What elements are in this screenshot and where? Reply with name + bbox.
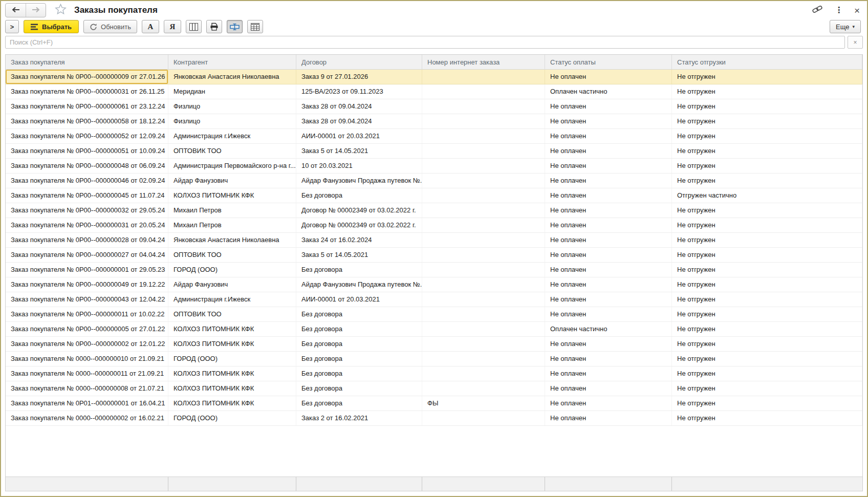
table-cell[interactable]: Не отгружен (672, 248, 862, 262)
table-cell[interactable]: Не оплачен (545, 307, 672, 321)
table-cell[interactable]: Не отгружен (672, 114, 862, 128)
table-cell[interactable]: Без договора (296, 263, 422, 277)
table-row[interactable]: Заказ покупателя № 0Р00--000000058 от 18… (6, 114, 862, 129)
table-cell[interactable]: Заказ покупателя № 0Р00--000000043 от 12… (6, 292, 168, 307)
table-cell[interactable]: Заказ покупателя № 0Р00--000000002 от 12… (6, 337, 168, 351)
window-menu-button[interactable]: ⋮ (835, 4, 843, 16)
sort-asc-button[interactable]: А (142, 20, 159, 33)
table-cell[interactable]: АИИ-00001 от 20.03.2021 (296, 129, 422, 143)
column-width-button[interactable] (227, 20, 243, 33)
table-cell[interactable]: Не отгружен (672, 381, 862, 396)
table-cell[interactable]: Не отгружен (672, 174, 862, 188)
table-cell[interactable]: Не оплачен (545, 174, 672, 188)
table-cell[interactable]: Оплачен частично (545, 322, 672, 336)
table-row[interactable]: Заказ покупателя № 0Р00--000000052 от 12… (6, 129, 862, 144)
table-cell[interactable]: Не отгружен (672, 203, 862, 218)
table-cell[interactable]: ОПТОВИК ТОО (168, 144, 296, 158)
table-cell[interactable]: ГОРОД (ООО) (168, 411, 296, 425)
table-cell[interactable] (422, 99, 545, 114)
print-button[interactable] (206, 20, 222, 33)
table-row[interactable]: Заказ покупателя № 0Р00--000000061 от 23… (6, 99, 862, 114)
table-cell[interactable]: Не отгружен (672, 263, 862, 277)
back-button[interactable] (6, 4, 26, 17)
table-cell[interactable] (422, 352, 545, 366)
get-link-button[interactable] (811, 4, 823, 16)
table-cell[interactable]: КОЛХОЗ ПИТОМНИК КФК (168, 337, 296, 351)
table-cell[interactable]: Заказ 5 от 14.05.2021 (296, 248, 422, 262)
table-cell[interactable]: Заказ покупателя № 0Р00--000000028 от 09… (6, 233, 168, 247)
column-header[interactable]: Контрагент (168, 55, 296, 69)
table-cell[interactable]: Не оплачен (545, 396, 672, 410)
table-cell[interactable]: Заказ покупателя № 0Р00--000000032 от 29… (6, 203, 168, 218)
table-cell[interactable] (422, 174, 545, 188)
table-cell[interactable] (422, 203, 545, 218)
table-cell[interactable]: Не оплачен (545, 233, 672, 247)
table-cell[interactable] (422, 381, 545, 396)
table-cell[interactable]: Янковская Анастасия Николаевна (168, 70, 296, 84)
table-row[interactable]: Заказ покупателя № 0Р00--000000031 от 26… (6, 84, 862, 99)
table-cell[interactable]: Не отгружен (672, 366, 862, 381)
table-cell[interactable]: Заказ 2 от 16.02.2021 (296, 411, 422, 425)
table-cell[interactable]: КОЛХОЗ ПИТОМНИК КФК (168, 322, 296, 336)
table-row[interactable]: Заказ покупателя № 0Р00--000000046 от 02… (6, 174, 862, 188)
table-cell[interactable]: 10 от 20.03.2021 (296, 159, 422, 173)
table-cell[interactable]: Без договора (296, 366, 422, 381)
favorite-button[interactable] (54, 3, 67, 17)
table-cell[interactable]: Не отгружен (672, 411, 862, 425)
table-cell[interactable]: Без договора (296, 396, 422, 410)
table-cell[interactable] (422, 411, 545, 425)
sort-desc-button[interactable]: Я (164, 20, 181, 33)
table-cell[interactable]: Заказ покупателя № 0Р00--000000031 от 26… (6, 84, 168, 99)
table-cell[interactable]: Не оплачен (545, 218, 672, 232)
table-cell[interactable] (422, 114, 545, 128)
column-header[interactable]: Номер интернет заказа (422, 55, 545, 69)
table-cell[interactable]: Меридиан (168, 84, 296, 99)
table-cell[interactable]: АИИ-00001 от 20.03.2021 (296, 292, 422, 307)
table-cell[interactable]: Не отгружен (672, 84, 862, 99)
table-cell[interactable]: Заказ покупателя № 0000--000000002 от 16… (6, 411, 168, 425)
table-cell[interactable]: Не отгружен (672, 129, 862, 143)
table-row[interactable]: Заказ покупателя № 0000--000000008 от 21… (6, 381, 862, 396)
table-cell[interactable]: Заказ покупателя № 0Р00--000000051 от 10… (6, 144, 168, 158)
table-cell[interactable] (422, 307, 545, 321)
table-cell[interactable]: Администрация г.Ижевск (168, 292, 296, 307)
table-cell[interactable]: Не отгружен (672, 99, 862, 114)
table-cell[interactable]: Не оплачен (545, 188, 672, 203)
column-header[interactable]: Заказ покупателя (6, 55, 168, 69)
table-cell[interactable] (422, 188, 545, 203)
table-row[interactable]: Заказ покупателя № 0Р00--000000045 от 11… (6, 188, 862, 203)
table-cell[interactable]: Администрация Первомайского р-на г.... (168, 159, 296, 173)
table-cell[interactable]: Заказ покупателя № 0Р00--000000048 от 06… (6, 159, 168, 173)
table-cell[interactable]: Договор № 00002349 от 03.02.2022 г. (296, 218, 422, 232)
table-row[interactable]: Заказ покупателя № 0000--000000002 от 16… (6, 411, 862, 426)
table-cell[interactable] (422, 218, 545, 232)
table-cell[interactable]: Не оплачен (545, 352, 672, 366)
table-cell[interactable]: Не оплачен (545, 114, 672, 128)
table-cell[interactable]: Заказ 28 от 09.04.2024 (296, 114, 422, 128)
table-cell[interactable]: Без договора (296, 337, 422, 351)
table-cell[interactable]: Администрация г.Ижевск (168, 129, 296, 143)
table-cell[interactable]: Айдар Фанузович (168, 277, 296, 292)
table-cell[interactable]: Без договора (296, 381, 422, 396)
table-cell[interactable] (422, 144, 545, 158)
table-cell[interactable]: КОЛХОЗ ПИТОМНИК КФК (168, 381, 296, 396)
table-row[interactable]: Заказ покупателя № 0Р00--000000043 от 12… (6, 292, 862, 307)
table-cell[interactable]: Не отгружен (672, 307, 862, 321)
table-cell[interactable]: Без договора (296, 188, 422, 203)
table-row[interactable]: Заказ покупателя № 0Р00--000000005 от 27… (6, 322, 862, 337)
close-window-button[interactable]: × (854, 4, 860, 16)
table-cell[interactable]: Заказ покупателя № 0Р00--000000046 от 02… (6, 174, 168, 188)
select-button[interactable]: Выбрать (24, 20, 79, 33)
table-cell[interactable]: Заказ покупателя № 0Р00--000000027 от 04… (6, 248, 168, 262)
table-cell[interactable]: Не оплачен (545, 159, 672, 173)
table-cell[interactable]: Не отгружен (672, 218, 862, 232)
refresh-button[interactable]: Обновить (83, 20, 137, 33)
table-row[interactable]: Заказ покупателя № 0Р00--000000001 от 29… (6, 263, 862, 277)
table-cell[interactable] (422, 277, 545, 292)
column-header[interactable]: Договор (296, 55, 422, 69)
table-row[interactable]: Заказ покупателя № 0Р00--000000009 от 27… (6, 70, 862, 84)
table-cell[interactable]: Не оплачен (545, 381, 672, 396)
table-cell[interactable]: КОЛХОЗ ПИТОМНИК КФК (168, 188, 296, 203)
table-cell[interactable]: Не отгружен (672, 337, 862, 351)
table-cell[interactable]: Заказ 9 от 27.01.2026 (296, 70, 422, 84)
